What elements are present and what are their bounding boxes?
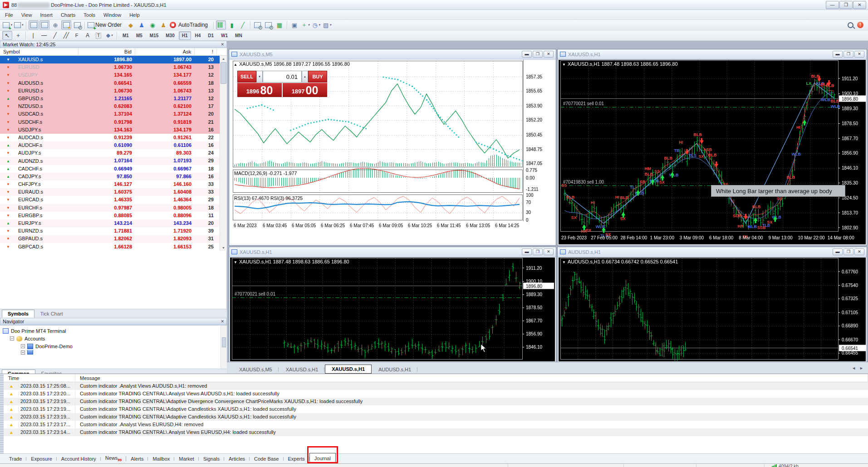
- close-button[interactable]: ✕: [853, 1, 866, 9]
- chart-window-titlebar[interactable]: AUDUSD.s,H1 ▬ ❐ ✕: [558, 247, 867, 257]
- cursor-tool-button[interactable]: ↖: [2, 31, 12, 40]
- arrows-tool-button[interactable]: ◆▾: [104, 31, 114, 40]
- notification-icon[interactable]: !: [857, 22, 863, 28]
- community-button[interactable]: ♟: [158, 20, 168, 29]
- market-watch-row[interactable]: ▼XAUUSD.s1896.801897.0020: [0, 56, 227, 63]
- terminal-tab-experts[interactable]: Experts: [284, 455, 309, 463]
- sell-button[interactable]: SELL: [237, 71, 256, 83]
- terminal-tab-mailbox[interactable]: Mailbox: [148, 455, 174, 463]
- chart-close-button[interactable]: ✕: [544, 51, 554, 58]
- chart-window-titlebar[interactable]: XAUUSD.s,H1 ▬ ❐ ✕: [229, 247, 556, 257]
- terminal-tab-exposure[interactable]: Exposure: [26, 455, 56, 463]
- signals-button[interactable]: ◉: [147, 20, 157, 29]
- menu-item-insert[interactable]: Insert: [36, 11, 57, 19]
- terminal-tab-market[interactable]: Market: [174, 455, 199, 463]
- tree-item-accounts[interactable]: −Accounts: [0, 335, 227, 342]
- market-watch-row[interactable]: ▼EURUSD.s1.067301.0674313: [0, 87, 227, 95]
- lot-size-input[interactable]: 0.01: [263, 71, 302, 83]
- chart-close-button[interactable]: ✕: [544, 248, 554, 255]
- market-watch-row[interactable]: ▼GBPCAD.s1.661281.6615325: [0, 243, 227, 251]
- chart-restore-button[interactable]: ❐: [843, 248, 853, 255]
- chart-window-titlebar[interactable]: XAUUSD.s,H1 ▬ ❐ ✕: [558, 49, 867, 59]
- zoom-out-button[interactable]: [264, 20, 274, 29]
- chart-minimize-button[interactable]: ▬: [833, 248, 843, 255]
- market-watch-row[interactable]: ▲CADJPY.s97.85097.86616: [0, 173, 227, 180]
- tree-item-terminal[interactable]: Doo Prime MT4 Terminal: [0, 327, 227, 335]
- market-watch-row[interactable]: ▼EURUSD1.067301.0674313: [0, 63, 227, 71]
- market-watch-row[interactable]: ▼CHFJPY.s146.127146.16033: [0, 180, 227, 188]
- market-watch-row[interactable]: ▼EURCAD.s1.463351.4636429: [0, 196, 227, 204]
- market-watch-row[interactable]: ▲EURJPY.s143.214143.23420: [0, 219, 227, 227]
- market-watch-toggle[interactable]: [29, 20, 39, 29]
- terminal-tab-signals[interactable]: Signals: [199, 455, 224, 463]
- terminal-tab-alerts[interactable]: Alerts: [126, 455, 148, 463]
- search-icon[interactable]: [848, 22, 853, 28]
- column-time[interactable]: Time: [4, 374, 75, 382]
- timeframe-button-m1[interactable]: M1: [119, 31, 132, 40]
- chart-window-titlebar[interactable]: XAUUSD.s,M5 ▬ ❐ ✕: [229, 49, 556, 59]
- terminal-grip[interactable]: [0, 374, 4, 453]
- market-watch-row[interactable]: ▲CADCHF.s0.669490.6696718: [0, 165, 227, 173]
- menu-item-view[interactable]: View: [17, 11, 36, 19]
- templates-button[interactable]: ▧▾: [322, 20, 332, 29]
- chart-tab-xauusd-s-h1[interactable]: XAUUSD.s,H1: [279, 365, 325, 374]
- tile-windows-button[interactable]: ▦: [275, 20, 284, 29]
- menu-item-file[interactable]: File: [1, 11, 17, 19]
- arrange-icons-button[interactable]: ▣: [289, 20, 299, 29]
- chart-restore-button[interactable]: ❐: [533, 51, 543, 58]
- favorites-button[interactable]: [61, 20, 71, 29]
- journal-row[interactable]: ▲2023.03.15 17:23:19...Custom indicator …: [4, 398, 868, 405]
- timeframe-button-w1[interactable]: W1: [218, 31, 231, 40]
- market-watch-row[interactable]: ▼EURCHF.s0.979870.9800518: [0, 204, 227, 212]
- buy-price-display[interactable]: 189700: [283, 83, 327, 97]
- trendline-button[interactable]: ╱: [50, 31, 60, 40]
- terminal-tab-trade[interactable]: Trade: [5, 455, 26, 463]
- market-watch-row[interactable]: ▼AUDJPY.s89.27989.30324: [0, 149, 227, 157]
- scroll-thumb[interactable]: [221, 62, 226, 84]
- chart-minimize-button[interactable]: ▬: [833, 51, 843, 58]
- history-center-button[interactable]: ◆: [126, 20, 136, 29]
- market-watch-row[interactable]: ▼USDCAD.s1.371041.3712420: [0, 110, 227, 118]
- column-bid[interactable]: Bid: [78, 48, 135, 56]
- menu-item-window[interactable]: Window: [99, 11, 125, 19]
- timeframe-button-d1[interactable]: D1: [205, 31, 217, 40]
- market-watch-row[interactable]: ▼EURNZD.s1.718811.7192039: [0, 227, 227, 235]
- text-tool-button[interactable]: A: [83, 31, 93, 40]
- metaeditor-button[interactable]: ♟: [137, 20, 147, 29]
- horizontal-line-button[interactable]: —: [39, 31, 49, 40]
- journal-row[interactable]: ▲2023.03.15 17:23:19...Custom indicator …: [4, 405, 868, 413]
- indicators-button[interactable]: ＋▾: [300, 20, 310, 29]
- journal-row[interactable]: ▲2023.03.15 17:23:20...Custom indicator …: [4, 390, 868, 398]
- timeframe-button-m30[interactable]: M30: [162, 31, 177, 40]
- chart-restore-button[interactable]: ❐: [533, 248, 543, 255]
- line-chart-mode-button[interactable]: ╱: [238, 20, 248, 29]
- market-watch-row[interactable]: ▼GBPAUD.s1.820621.8209331: [0, 235, 227, 243]
- bar-chart-mode-button[interactable]: [216, 20, 226, 29]
- collapse-icon[interactable]: −: [10, 336, 14, 341]
- tree-item-account-demo[interactable]: +DooPrime-Demo: [0, 342, 227, 350]
- buy-button[interactable]: BUY: [308, 71, 327, 83]
- journal-row[interactable]: ▲2023.03.15 17:23:14...Custom indicator …: [4, 428, 868, 436]
- market-watch-row[interactable]: ▼EURAUD.s1.603751.6040833: [0, 188, 227, 196]
- timeframe-button-h1[interactable]: H1: [179, 31, 191, 40]
- minimize-button[interactable]: —: [826, 1, 839, 9]
- navigator-close-icon[interactable]: ✕: [221, 319, 224, 324]
- expand-icon[interactable]: +: [21, 344, 25, 348]
- vertical-line-button[interactable]: |: [28, 31, 38, 40]
- market-watch-row[interactable]: ▼NZDUSD.s0.620830.6210017: [0, 102, 227, 110]
- periods-button[interactable]: ◷▾: [311, 20, 321, 29]
- market-watch-row[interactable]: ▼USDJPY.s134.163134.17916: [0, 126, 227, 134]
- menu-item-help[interactable]: Help: [125, 11, 144, 19]
- market-watch-row[interactable]: ▼AUDCAD.s0.912390.9126122: [0, 134, 227, 141]
- symbol-search-button[interactable]: [72, 20, 82, 29]
- tree-item-clipped[interactable]: +: [0, 350, 227, 355]
- zoom-in-button[interactable]: [253, 20, 263, 29]
- market-watch-row[interactable]: ▼AUDUSD.s0.665410.6655918: [0, 79, 227, 87]
- xauusd-h1-recent-chart-canvas[interactable]: [230, 258, 555, 361]
- new-chart-button[interactable]: ▾: [2, 20, 13, 29]
- terminal-tab-news[interactable]: News99: [101, 454, 126, 463]
- menu-item-charts[interactable]: Charts: [57, 11, 79, 19]
- journal-row[interactable]: ▲2023.03.15 17:23:17...Custom indicator …: [4, 421, 868, 428]
- profiles-button[interactable]: ▾: [14, 20, 24, 29]
- chart-close-button[interactable]: ✕: [854, 248, 864, 255]
